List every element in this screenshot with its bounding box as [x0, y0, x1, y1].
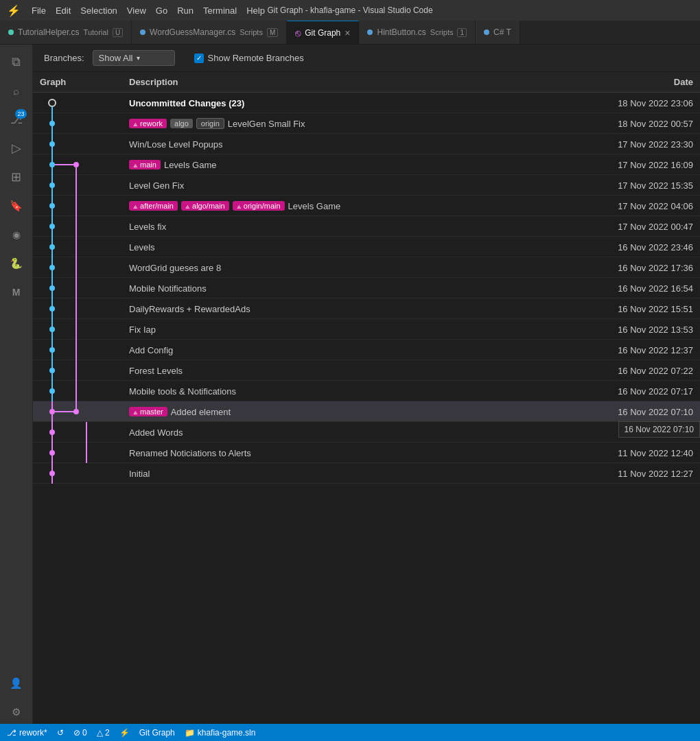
date-cell: 16 Nov 2022 15:51 [563, 304, 700, 314]
description-cell: Renamed Noticiations to Alerts [122, 448, 563, 458]
table-row[interactable]: WordGrid gueses are 816 Nov 2022 17:36 [33, 257, 700, 278]
sync-icon: ↺ [57, 728, 64, 738]
tab-gitgraph[interactable]: ⎋ Git Graph × [287, 21, 359, 44]
run-icon[interactable]: ▷ [5, 137, 28, 160]
m-extension-icon[interactable]: M [5, 281, 28, 304]
description-cell: Fix Iap [122, 325, 563, 335]
date-cell: 16 Nov 2022 05:16 Nov 2022 07:10 [563, 427, 700, 438]
svg-point-3 [49, 121, 55, 126]
statusbar-errors[interactable]: ⊘ 0 [73, 728, 87, 738]
description-cell: ⟁ after/main⟁ algo/main⟁ origin/mainLeve… [122, 201, 563, 211]
source-control-icon[interactable]: ⎇ 23 [5, 108, 28, 131]
table-row[interactable]: Win/Lose Level Popups17 Nov 2022 23:30 [33, 134, 700, 154]
search-icon[interactable]: ⌕ [5, 79, 28, 102]
statusbar-branch[interactable]: ⎇ rework* [7, 728, 47, 738]
files-icon[interactable]: ⧉ [5, 50, 28, 73]
statusbar-live[interactable]: ⚡ [119, 728, 130, 738]
date-cell: 16 Nov 2022 12:37 [563, 345, 700, 355]
menu-file[interactable]: File [32, 5, 46, 16]
tab-label: HintButton.cs [377, 27, 425, 37]
tab-close-button[interactable]: × [345, 28, 350, 38]
tab-badge: U [113, 28, 123, 37]
commit-description: WordGrid gueses are 8 [129, 263, 221, 273]
show-remote-label: Show Remote Branches [208, 53, 304, 63]
table-row[interactable]: ⟁ after/main⟁ algo/main⟁ origin/mainLeve… [33, 196, 700, 216]
tab-badge: M [267, 28, 278, 37]
statusbar-gitgraph[interactable]: Git Graph [139, 728, 175, 738]
svg-point-5 [49, 141, 55, 147]
commit-description: Win/Lose Level Popups [129, 139, 223, 150]
graph-cell [33, 443, 122, 463]
bookmark-icon[interactable]: 🔖 [5, 194, 28, 217]
python-icon[interactable]: 🐍 [5, 252, 28, 275]
menu-run[interactable]: Run [177, 5, 194, 16]
commit-date: 16 Nov 2022 13:53 [618, 325, 693, 335]
menu-help[interactable]: Help [246, 5, 265, 16]
table-row[interactable]: Add Config16 Nov 2022 12:37 [33, 340, 700, 360]
dropdown-chevron-icon: ▾ [137, 54, 140, 62]
description-cell: Mobile Notifications [122, 283, 563, 294]
tab-badge: 1 [457, 28, 467, 37]
menu-terminal[interactable]: Terminal [203, 5, 237, 16]
table-row[interactable]: ⟁ reworkalgooriginLevelGen Small Fix18 N… [33, 113, 700, 134]
description-cell: Forest Levels [122, 366, 563, 376]
tab-wordguessmanager[interactable]: WordGuessManager.cs Scripts M [132, 21, 287, 44]
branch-tag: origin [196, 118, 224, 129]
menu-selection[interactable]: Selection [80, 5, 117, 16]
branch-dropdown[interactable]: Show All ▾ [93, 50, 175, 66]
tab-label: Git Graph [305, 28, 340, 38]
description-cell: Initial [122, 469, 563, 479]
table-row[interactable]: Forest Levels16 Nov 2022 07:22 [33, 360, 700, 381]
git-graph-icon[interactable]: ◉ [5, 223, 28, 246]
table-row[interactable]: Mobile tools & Notifications16 Nov 2022 … [33, 381, 700, 401]
description-cell: DailyRewards + RewardedAds [122, 304, 563, 314]
commits-area: Uncommitted Changes (23)18 Nov 2022 23:0… [33, 93, 700, 724]
commit-date: 16 Nov 2022 17:36 [618, 263, 693, 273]
table-row[interactable]: Level Gen Fix17 Nov 2022 15:35 [33, 175, 700, 196]
table-row[interactable]: Levels fix17 Nov 2022 00:47 [33, 216, 700, 237]
table-row[interactable]: ⟁ mainLevels Game17 Nov 2022 16:09 [33, 154, 700, 175]
statusbar-warnings[interactable]: △ 2 [97, 728, 110, 738]
table-row[interactable]: Renamed Noticiations to Alerts11 Nov 202… [33, 443, 700, 463]
table-row[interactable]: Mobile Notifications16 Nov 2022 16:54 [33, 278, 700, 298]
svg-point-47 [73, 409, 79, 414]
tab-hintbutton[interactable]: HintButton.cs Scripts 1 [359, 21, 476, 44]
graph-cell [33, 134, 122, 154]
table-row[interactable]: Added Words16 Nov 2022 05:16 Nov 2022 07… [33, 422, 700, 443]
commit-description: Renamed Noticiations to Alerts [129, 448, 251, 458]
account-icon[interactable]: 👤 [5, 672, 28, 695]
graph-cell [33, 257, 122, 278]
tab-tutorialhelper[interactable]: TutorialHelper.cs Tutorial U [0, 21, 132, 44]
branch-tag: algo [170, 119, 193, 128]
menu-view[interactable]: View [127, 5, 146, 16]
warnings-label: △ 2 [97, 728, 110, 738]
commit-date: 18 Nov 2022 23:06 [618, 98, 693, 108]
date-cell: 16 Nov 2022 07:17 [563, 386, 700, 397]
settings-icon[interactable]: ⚙ [5, 701, 28, 724]
table-row[interactable]: Initial11 Nov 2022 12:27 [33, 463, 700, 484]
graph-cell [33, 278, 122, 298]
graph-cell [33, 154, 122, 175]
table-row[interactable]: Fix Iap16 Nov 2022 13:53 [33, 319, 700, 340]
menu-go[interactable]: Go [156, 5, 167, 16]
vscode-logo: ⚡ [7, 4, 21, 17]
date-cell: 17 Nov 2022 23:30 [563, 139, 700, 150]
svg-point-43 [49, 388, 55, 394]
table-row[interactable]: Uncommitted Changes (23)18 Nov 2022 23:0… [33, 93, 700, 113]
statusbar-solution[interactable]: 📁 khafia-game.sln [185, 728, 256, 738]
date-cell: 16 Nov 2022 07:22 [563, 366, 700, 376]
table-row[interactable]: DailyRewards + RewardedAds16 Nov 2022 15… [33, 298, 700, 319]
svg-point-16 [49, 203, 55, 209]
table-row[interactable]: ⟁ masterAdded element16 Nov 2022 07:10 [33, 401, 700, 422]
date-cell: 17 Nov 2022 04:06 [563, 201, 700, 211]
header-date: Date [563, 77, 700, 87]
menu-edit[interactable]: Edit [56, 5, 71, 16]
statusbar-sync[interactable]: ↺ [57, 728, 64, 738]
table-row[interactable]: Levels16 Nov 2022 23:46 [33, 237, 700, 257]
tab-csharp[interactable]: C# T [476, 21, 520, 44]
show-remote-checkbox[interactable] [194, 54, 204, 63]
description-cell: Levels [122, 242, 563, 252]
extensions-icon[interactable]: ⊞ [5, 165, 28, 189]
graph-cell [33, 401, 122, 422]
tab-label: C# T [493, 27, 511, 37]
